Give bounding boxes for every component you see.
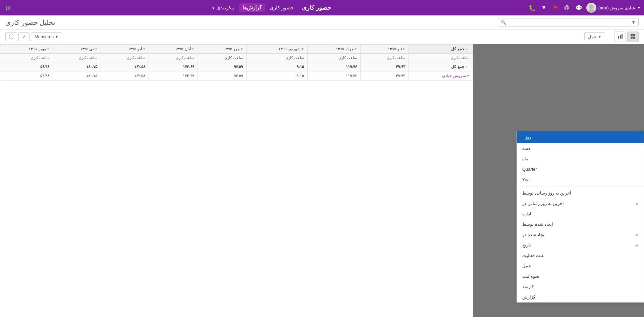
svg-rect-6 bbox=[618, 36, 619, 39]
navbar: ▼ عبادی سروش (arta) 💬 @ ⚑ ▼ 🐛 حضور کاری … bbox=[0, 0, 644, 15]
svg-rect-7 bbox=[620, 35, 621, 39]
plus-icon: + bbox=[403, 47, 405, 51]
svg-rect-5 bbox=[633, 37, 635, 39]
toolbar: ▼ عمل ▼ Measures ⤢ ⛶ bbox=[0, 30, 644, 44]
view-chart-button[interactable] bbox=[614, 32, 626, 42]
table-area: ← جمع کل +تیر ۱۳۹۵ +مرداد ۱۳۹۵ +شهریور ۱… bbox=[0, 44, 473, 317]
navbar-left: ⊞ bbox=[3, 2, 13, 13]
measures-dropdown-icon: ▼ bbox=[55, 35, 58, 39]
col-shahrivar[interactable]: +شهریور ۱۳۹۵ bbox=[247, 45, 307, 54]
measures-button[interactable]: ▼ Measures bbox=[31, 32, 62, 41]
toolbar-left: ▼ عمل bbox=[584, 32, 639, 42]
plus-icon: + bbox=[302, 47, 304, 51]
plus-icon: + bbox=[192, 47, 194, 51]
year-option[interactable]: Year bbox=[517, 174, 644, 185]
dropdown-menu: روز هفته ماه Quarter Year آخرین به روز ر… bbox=[517, 131, 644, 303]
action-item[interactable]: عمل bbox=[517, 261, 644, 271]
apps-grid-button[interactable]: ⊞ bbox=[3, 2, 13, 13]
nav-title: حضور کاری bbox=[302, 4, 331, 11]
last-delivery-in-item[interactable]: ◄ آخرین به روز رسانی در bbox=[517, 198, 644, 209]
navbar-center: حضور کاری حضور کاری گزارش‌ها پیکربندی ▼ bbox=[208, 3, 331, 12]
department-item[interactable]: اداره bbox=[517, 209, 644, 219]
svg-point-0 bbox=[589, 4, 594, 9]
svg-rect-2 bbox=[631, 34, 633, 36]
expand-icon: ⤢ bbox=[22, 34, 26, 39]
col-bahman[interactable]: +بهمن ۱۳۹۵ bbox=[0, 45, 53, 54]
row-total-label: ← جمع کل bbox=[409, 62, 473, 71]
view-table-button[interactable] bbox=[627, 32, 639, 42]
user-name: عبادی سروش (arta) bbox=[598, 5, 635, 10]
table-row: ← جمع کل ۴۹.۹۳ ۱۱۹.۷۶ ۹.۱۵ ۹۷.۵۹ ۱۷۳.۶۹ … bbox=[0, 62, 473, 71]
expand-button[interactable]: ⤢ bbox=[18, 32, 30, 41]
week-option[interactable]: هفته bbox=[517, 143, 644, 154]
navbar-right: ▼ عبادی سروش (arta) 💬 @ ⚑ ▼ 🐛 bbox=[527, 3, 641, 13]
plus-icon: + bbox=[240, 47, 243, 51]
col-tir[interactable]: +تیر ۱۳۹۵ bbox=[361, 45, 409, 54]
chart-view-icon bbox=[618, 34, 623, 40]
svg-point-1 bbox=[588, 9, 595, 13]
pivot-table: ← جمع کل +تیر ۱۳۹۵ +مرداد ۱۳۹۵ +شهریور ۱… bbox=[0, 44, 473, 81]
search-input[interactable] bbox=[506, 20, 630, 25]
col-mordad[interactable]: +مرداد ۱۳۹۵ bbox=[307, 45, 361, 54]
dropdown-btn[interactable]: ▼ bbox=[539, 3, 549, 12]
last-delivery-by-item[interactable]: آخرین به روز رسانی توسط bbox=[517, 188, 644, 198]
col-azar[interactable]: +آذر ۱۳۹۵ bbox=[101, 45, 149, 54]
col-aban[interactable]: +آبان ۱۳۹۵ bbox=[149, 45, 198, 54]
day-option[interactable]: روز bbox=[522, 133, 534, 141]
plus-icon: + bbox=[95, 47, 97, 51]
page-title: تحلیل حضور کاری bbox=[5, 18, 55, 27]
created-by-item[interactable]: ایجاد شده توسط bbox=[517, 219, 644, 229]
col-dey[interactable]: +دی ۱۳۹۵ bbox=[53, 45, 101, 54]
action-dropdown-icon: ▼ bbox=[598, 35, 601, 39]
mention-button[interactable]: @ bbox=[562, 3, 572, 12]
dropdown-arrow-icon: ▼ bbox=[637, 6, 641, 10]
nav-link-attendance[interactable]: حضور کاری bbox=[266, 3, 297, 12]
dropdown-search-icon[interactable]: ▼ bbox=[631, 20, 636, 25]
table-view-icon bbox=[630, 34, 636, 40]
svg-rect-8 bbox=[622, 34, 623, 39]
user-info[interactable]: ▼ عبادی سروش (arta) bbox=[586, 3, 641, 13]
activity-reason-item[interactable]: علت فعالیت bbox=[517, 250, 644, 261]
toolbar-right: ▼ Measures ⤢ ⛶ bbox=[5, 32, 62, 41]
svg-rect-3 bbox=[633, 34, 635, 36]
employee-item[interactable]: کارمند bbox=[517, 281, 644, 292]
search-box[interactable]: ▼ 🔍 bbox=[498, 18, 639, 27]
plus-icon: + bbox=[355, 47, 357, 51]
chat-button[interactable]: 💬 bbox=[574, 3, 584, 12]
search-icon[interactable]: 🔍 bbox=[501, 20, 506, 25]
plus-icon: + bbox=[143, 47, 145, 51]
employee-name[interactable]: + سروش عبادی bbox=[409, 71, 473, 81]
svg-rect-4 bbox=[631, 37, 633, 39]
fullscreen-button[interactable]: ⛶ bbox=[5, 32, 17, 41]
quarter-option[interactable]: Quarter bbox=[517, 164, 644, 174]
bug-button[interactable]: 🐛 bbox=[527, 3, 537, 12]
total-col-label: ساعت کاری bbox=[409, 54, 473, 62]
registration-method-item[interactable]: نحوه ثبت bbox=[517, 271, 644, 281]
avatar bbox=[586, 3, 596, 13]
nav-link-reports[interactable]: گزارش‌ها bbox=[239, 3, 265, 12]
flag-button[interactable]: ⚑ bbox=[551, 3, 560, 13]
fullscreen-icon: ⛶ bbox=[9, 34, 13, 39]
month-option[interactable]: ماه bbox=[517, 154, 644, 164]
grand-total-header: ← جمع کل bbox=[451, 47, 469, 51]
created-in-item[interactable]: ◄ ایجاد شده در bbox=[517, 229, 644, 240]
nav-link-config[interactable]: پیکربندی ▼ bbox=[208, 3, 238, 12]
action-button[interactable]: ▼ عمل bbox=[584, 32, 605, 41]
date-item[interactable]: ◄ تاریخ bbox=[517, 240, 644, 250]
plus-icon: + bbox=[47, 47, 49, 51]
col-mehr[interactable]: +مهر ۱۳۹۵ bbox=[198, 45, 247, 54]
table-row: + سروش عبادی ۴۹.۹۳ ۱۱۹.۷۶ ۹.۱۵ ۹۷.۵۹ ۱۷۳… bbox=[0, 71, 473, 81]
report-item[interactable]: گزارش bbox=[517, 292, 644, 302]
sub-header: ▼ 🔍 تحلیل حضور کاری bbox=[0, 15, 644, 30]
